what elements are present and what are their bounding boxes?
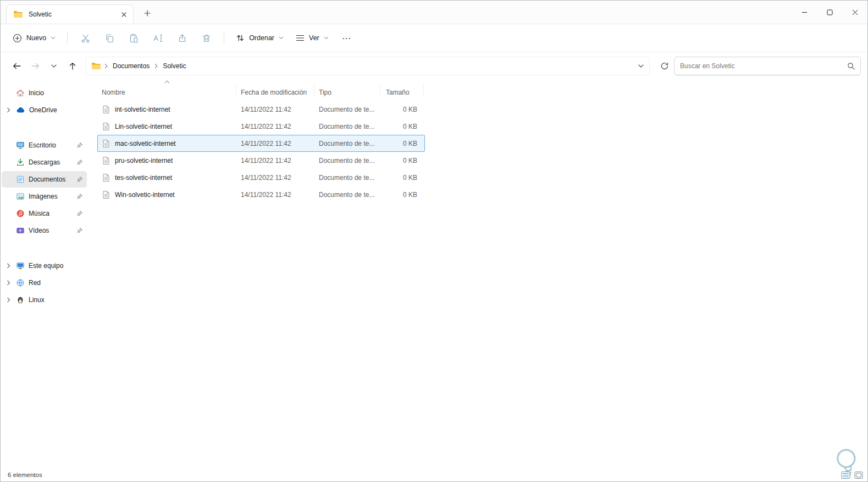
view-button-label: Ver bbox=[309, 34, 319, 42]
column-header-fecha[interactable]: Fecha de modificación bbox=[236, 83, 314, 97]
pin-icon bbox=[76, 176, 83, 183]
breadcrumb-documentos[interactable]: Documentos bbox=[109, 60, 153, 72]
search-input[interactable] bbox=[680, 62, 843, 70]
chevron-right-icon[interactable] bbox=[4, 263, 12, 269]
chevron-down-icon bbox=[51, 36, 56, 40]
delete-button[interactable] bbox=[195, 28, 218, 48]
command-toolbar: Nuevo bbox=[1, 24, 867, 52]
address-dropdown-chevron[interactable] bbox=[638, 64, 644, 68]
pin-icon bbox=[76, 142, 83, 149]
large-icons-view-icon[interactable] bbox=[854, 471, 863, 479]
file-row-selected[interactable]: mac-solvetic-internet 14/11/2022 11:42 D… bbox=[97, 135, 425, 152]
file-size: 0 KB bbox=[380, 174, 424, 182]
sidebar-item-inicio[interactable]: Inicio bbox=[2, 85, 87, 101]
file-type: Documento de te... bbox=[314, 123, 380, 130]
new-button[interactable]: Nuevo bbox=[7, 28, 61, 48]
sidebar-item-descargas[interactable]: Descargas bbox=[2, 154, 87, 171]
sidebar-item-red[interactable]: Red bbox=[2, 275, 87, 291]
sidebar-item-linux[interactable]: Linux bbox=[2, 292, 87, 308]
cut-icon bbox=[81, 34, 90, 43]
text-file-icon bbox=[102, 122, 110, 131]
file-row[interactable]: int-solvetic-internet 14/11/2022 11:42 D… bbox=[97, 101, 425, 118]
sort-button[interactable]: Ordenar bbox=[230, 28, 289, 48]
refresh-button[interactable] bbox=[655, 57, 674, 75]
up-button[interactable] bbox=[63, 57, 82, 75]
new-tab-button[interactable] bbox=[139, 5, 156, 21]
tab-bar: Solvetic bbox=[1, 1, 867, 24]
file-name: int-solvetic-internet bbox=[115, 106, 170, 113]
sidebar-item-onedrive[interactable]: OneDrive bbox=[2, 102, 87, 118]
search-box[interactable] bbox=[674, 57, 861, 75]
file-row[interactable]: pru-solvetic-internet 14/11/2022 11:42 D… bbox=[97, 152, 425, 169]
sort-button-label: Ordenar bbox=[249, 34, 274, 42]
paste-icon bbox=[129, 34, 139, 43]
column-header-tipo[interactable]: Tipo bbox=[314, 83, 380, 97]
copy-icon bbox=[105, 34, 114, 43]
file-row[interactable]: Lin-solvetic-internet 14/11/2022 11:42 D… bbox=[97, 118, 425, 135]
recent-locations-chevron[interactable] bbox=[45, 57, 63, 75]
new-button-label: Nuevo bbox=[26, 34, 46, 42]
rename-button[interactable] bbox=[146, 28, 169, 48]
file-name: Lin-solvetic-internet bbox=[115, 123, 172, 130]
sidebar-item-documentos[interactable]: Documentos bbox=[2, 171, 87, 188]
more-options-icon: … bbox=[342, 34, 352, 43]
file-modified: 14/11/2022 11:42 bbox=[236, 140, 314, 147]
sidebar-item-videos[interactable]: Vídeos bbox=[2, 222, 87, 239]
music-icon bbox=[16, 209, 25, 218]
share-button[interactable] bbox=[170, 28, 193, 48]
copy-button[interactable] bbox=[98, 28, 121, 48]
sidebar-item-este-equipo[interactable]: Este equipo bbox=[2, 258, 87, 274]
folder-icon bbox=[13, 10, 23, 18]
file-explorer-window: Solvetic Nuevo bbox=[0, 0, 868, 482]
cut-button[interactable] bbox=[74, 28, 97, 48]
view-button[interactable]: Ver bbox=[290, 28, 334, 48]
breadcrumb-solvetic[interactable]: Solvetic bbox=[159, 60, 190, 72]
column-header-tamano[interactable]: Tamaño bbox=[380, 83, 424, 97]
file-row[interactable]: Win-solvetic-internet 14/11/2022 11:42 D… bbox=[97, 186, 425, 203]
chevron-right-icon[interactable] bbox=[4, 297, 12, 303]
sidebar-item-label: Música bbox=[29, 210, 49, 217]
paste-button[interactable] bbox=[122, 28, 145, 48]
downloads-icon bbox=[16, 158, 25, 167]
pin-icon bbox=[76, 193, 83, 200]
file-name: mac-solvetic-internet bbox=[115, 140, 176, 147]
minimize-button[interactable] bbox=[792, 1, 817, 24]
sort-ascending-icon bbox=[164, 80, 170, 84]
back-button[interactable] bbox=[7, 57, 26, 75]
sidebar-item-musica[interactable]: Música bbox=[2, 205, 87, 222]
file-row[interactable]: tes-solvetic-internet 14/11/2022 11:42 D… bbox=[97, 169, 425, 186]
maximize-button[interactable] bbox=[817, 1, 842, 24]
close-button[interactable] bbox=[842, 1, 867, 24]
file-type: Documento de te... bbox=[314, 140, 380, 147]
file-modified: 14/11/2022 11:42 bbox=[236, 157, 314, 165]
explorer-body: Inicio OneDrive Escritorio bbox=[1, 79, 867, 468]
file-size: 0 KB bbox=[380, 123, 424, 130]
chevron-right-icon[interactable] bbox=[4, 280, 12, 286]
chevron-right-icon[interactable] bbox=[4, 107, 12, 113]
sidebar-item-imagenes[interactable]: Imágenes bbox=[2, 188, 87, 205]
pictures-icon bbox=[16, 192, 25, 201]
explorer-tab[interactable]: Solvetic bbox=[6, 4, 134, 24]
share-icon bbox=[178, 34, 187, 43]
address-bar[interactable]: Documentos Solvetic bbox=[85, 57, 650, 75]
pin-icon bbox=[76, 227, 83, 234]
file-modified: 14/11/2022 11:42 bbox=[236, 174, 314, 182]
file-rows: int-solvetic-internet 14/11/2022 11:42 D… bbox=[97, 101, 867, 203]
column-header-nombre[interactable]: Nombre bbox=[97, 83, 236, 97]
rename-icon bbox=[153, 34, 163, 43]
sidebar-gap bbox=[1, 119, 89, 137]
forward-button[interactable] bbox=[26, 57, 45, 75]
home-icon bbox=[16, 89, 25, 97]
onedrive-icon bbox=[16, 106, 25, 114]
details-view-icon[interactable] bbox=[841, 471, 850, 479]
sidebar-item-label: OneDrive bbox=[29, 106, 57, 114]
statusbar-view-toggles bbox=[841, 471, 863, 479]
computer-icon bbox=[16, 261, 25, 270]
tab-title: Solvetic bbox=[29, 10, 112, 18]
sidebar-item-label: Red bbox=[29, 279, 41, 287]
column-header-label: Nombre bbox=[102, 89, 125, 96]
sidebar-item-escritorio[interactable]: Escritorio bbox=[2, 137, 87, 154]
more-options-button[interactable]: … bbox=[335, 28, 358, 48]
tab-close-icon[interactable] bbox=[118, 8, 130, 20]
sidebar-item-label: Linux bbox=[29, 296, 45, 304]
